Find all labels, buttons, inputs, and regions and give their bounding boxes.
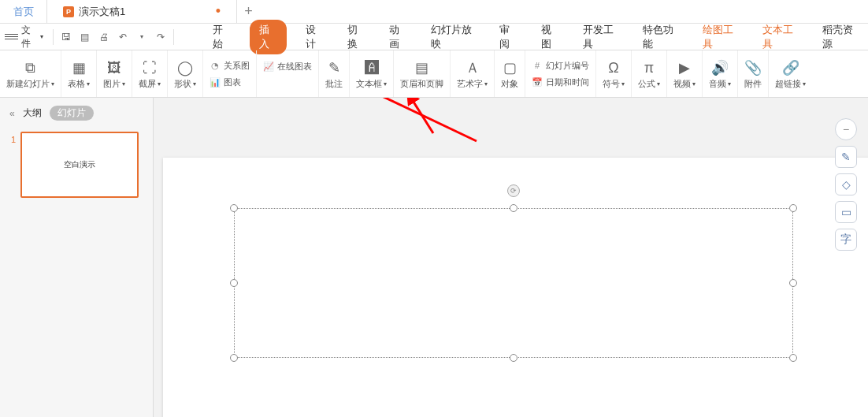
tab-insert[interactable]: 插入 (250, 20, 287, 54)
tab-view[interactable]: 视图 (536, 20, 564, 54)
slide-number-icon: # (532, 60, 543, 71)
print-preview-icon[interactable]: ▤ (79, 31, 91, 43)
new-slide-button[interactable]: ⧉ 新建幻灯片▾ (0, 50, 61, 97)
file-menu[interactable]: 文件▾ (21, 24, 43, 50)
outline-tab[interactable]: 大纲 (23, 106, 42, 120)
resize-handle-nw[interactable] (230, 204, 238, 212)
tab-text-tools[interactable]: 文本工具 (758, 20, 803, 54)
tab-slideshow[interactable]: 幻灯片放映 (426, 20, 480, 54)
textbox-icon: 🅰 (365, 58, 379, 78)
thumb-caption: 空白演示 (64, 159, 95, 170)
slide-number: 1 (5, 132, 16, 144)
textbox-button[interactable]: 🅰 文本框▾ (350, 50, 394, 97)
resize-handle-ne[interactable] (789, 204, 797, 212)
save-icon[interactable]: 🖫 (60, 31, 72, 43)
tab-start[interactable]: 开始 (208, 20, 236, 54)
attach-button[interactable]: 📎 附件 (738, 50, 769, 97)
datetime-button[interactable]: 📅日期和时间 (532, 76, 589, 88)
image-icon: 🖼 (107, 58, 121, 78)
tab-drawing-tools[interactable]: 绘图工具 (698, 20, 744, 54)
canvas-area[interactable]: ⟳ (154, 98, 868, 417)
resize-handle-n[interactable] (510, 204, 517, 212)
datetime-icon: 📅 (532, 76, 543, 87)
formula-icon: π (644, 58, 654, 78)
shape-button[interactable]: ◯ 形状▾ (168, 50, 203, 97)
workspace: « 大纲 幻灯片 1 空白演示 ⟳ (0, 98, 868, 417)
object-button[interactable]: ▢ 对象 (495, 50, 525, 97)
annotation-arrow-1 (280, 98, 484, 152)
chart-group: ◔关系图 📊图表 (203, 50, 257, 97)
separator (173, 29, 174, 45)
resize-handle-sw[interactable] (230, 354, 238, 362)
formula-button[interactable]: π 公式▾ (632, 50, 667, 97)
relation-icon: ◔ (210, 60, 221, 71)
unsaved-indicator-icon: • (216, 3, 221, 20)
attach-icon: 📎 (744, 58, 762, 78)
presentation-badge-icon: P (63, 6, 74, 17)
hyperlink-button[interactable]: 🔗 超链接▾ (769, 50, 812, 97)
header-footer-icon: ▤ (415, 58, 428, 78)
object-icon: ▢ (503, 58, 517, 78)
shape-tool-button[interactable]: ◇ (835, 173, 857, 195)
slide-thumbnail[interactable]: 空白演示 (20, 132, 139, 198)
table-icon: ▦ (72, 58, 86, 78)
tab-review[interactable]: 审阅 (495, 20, 522, 54)
text-tool-button[interactable]: 字 (835, 229, 857, 251)
shape-icon: ◯ (177, 58, 193, 78)
tab-docer[interactable]: 稻壳资源 (818, 20, 863, 54)
image-button[interactable]: 🖼 图片▾ (97, 50, 132, 97)
tab-design[interactable]: 设计 (301, 20, 328, 54)
resize-handle-e[interactable] (789, 279, 797, 287)
table-button[interactable]: ▦ 表格▾ (61, 50, 97, 97)
symbol-button[interactable]: Ω 符号▾ (596, 50, 632, 97)
tab-animation[interactable]: 动画 (384, 20, 412, 54)
home-tab[interactable]: 首页 (0, 0, 47, 24)
wordart-button[interactable]: Ａ 艺术字▾ (451, 50, 495, 97)
slide-number-button[interactable]: #幻灯片编号 (532, 60, 589, 72)
hyperlink-icon: 🔗 (782, 58, 799, 78)
number-date-group: #幻灯片编号 📅日期和时间 (525, 50, 596, 97)
ribbon: ⧉ 新建幻灯片▾ ▦ 表格▾ 🖼 图片▾ ⛶ 截屏▾ ◯ 形状▾ ◔关系图 📊图… (0, 50, 868, 98)
slide-thumbnail-row[interactable]: 1 空白演示 (0, 128, 153, 201)
menu-icon[interactable] (5, 34, 18, 39)
screenshot-icon: ⛶ (143, 58, 157, 78)
audio-button[interactable]: 🔊 音频▾ (703, 50, 738, 97)
print-icon[interactable]: 🖨 (98, 31, 110, 43)
chart-button[interactable]: 📊图表 (210, 76, 250, 88)
slides-tab[interactable]: 幻灯片 (50, 106, 94, 121)
rotate-handle-icon[interactable]: ⟳ (507, 184, 520, 197)
tab-transition[interactable]: 切换 (343, 20, 370, 54)
annotate-icon: ✎ (328, 58, 340, 78)
symbol-icon: Ω (608, 58, 618, 78)
resize-handle-s[interactable] (510, 354, 517, 362)
online-chart-icon: 📈 (263, 61, 274, 73)
svg-line-0 (287, 98, 477, 141)
collapse-pane-icon[interactable]: « (9, 108, 15, 119)
online-chart-group: 📈在线图表 x (257, 50, 319, 97)
floating-toolbar: − ✎ ◇ ▭ 字 (835, 118, 857, 251)
slide-canvas[interactable]: ⟳ (163, 158, 868, 417)
new-slide-icon: ⧉ (25, 58, 35, 78)
resize-handle-se[interactable] (789, 354, 797, 362)
tab-special[interactable]: 特色功能 (638, 20, 684, 54)
wordart-icon: Ａ (466, 58, 480, 78)
redo-icon[interactable]: ↷ (154, 31, 167, 43)
separator (53, 29, 54, 45)
resize-handle-w[interactable] (230, 279, 238, 287)
screenshot-button[interactable]: ⛶ 截屏▾ (132, 50, 168, 97)
ribbon-tabs: 开始 插入 设计 切换 动画 幻灯片放映 审阅 视图 开发工具 特色功能 绘图工… (208, 20, 863, 54)
pencil-tool-button[interactable]: ✎ (835, 146, 857, 168)
selected-textbox[interactable]: ⟳ (234, 208, 793, 358)
document-tab[interactable]: P 演示文稿1 • (47, 0, 236, 24)
chevron-down-icon: ▾ (40, 33, 43, 40)
video-button[interactable]: ▶ 视频▾ (667, 50, 703, 97)
annotate-button[interactable]: ✎ 批注 (319, 50, 350, 97)
header-footer-button[interactable]: ▤ 页眉和页脚 (394, 50, 451, 97)
relation-diagram-button[interactable]: ◔关系图 (210, 60, 250, 72)
zoom-out-button[interactable]: − (835, 118, 857, 140)
undo-dropdown-icon[interactable]: ▾ (135, 31, 148, 43)
undo-icon[interactable]: ↶ (117, 31, 129, 43)
tab-developer[interactable]: 开发工具 (578, 20, 624, 54)
online-chart-button[interactable]: 📈在线图表 (263, 61, 312, 73)
select-tool-button[interactable]: ▭ (835, 201, 857, 223)
